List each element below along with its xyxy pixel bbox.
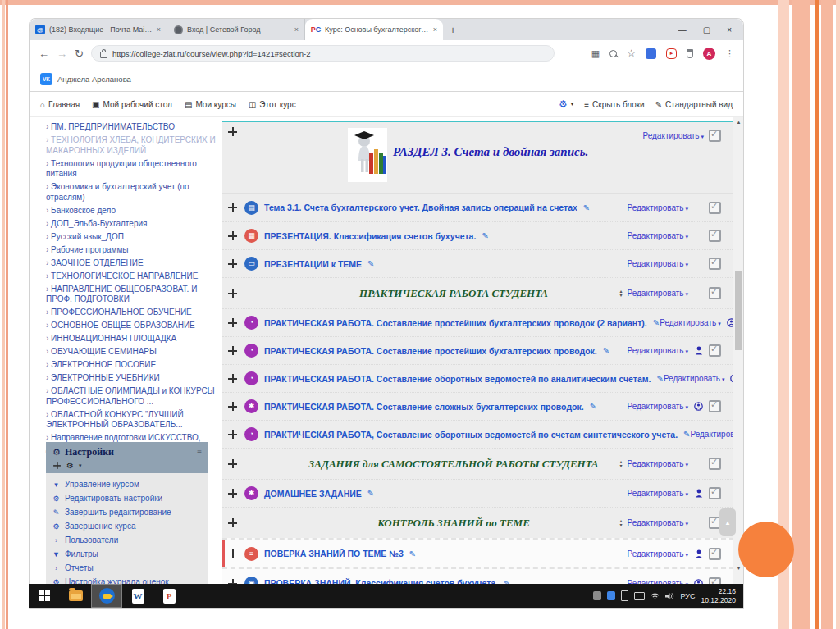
move-icon[interactable] [228,289,237,298]
move-icon[interactable] [228,518,237,527]
restore-icon[interactable]: ▢ [703,25,710,34]
profile-avatar[interactable]: A [703,48,715,60]
edit-title-icon[interactable] [368,489,374,498]
visibility-checkbox[interactable] [709,400,721,412]
activity-link[interactable]: ПОВЕРКА ЗНАНИЙ ПО ТЕМЕ №3 [264,549,404,558]
activity-link[interactable]: ПРЕЗЕНТАЦИЯ. Классификация счетов бухуче… [264,231,476,241]
settings-item[interactable]: ⚙Редактировать настройки [52,494,203,503]
edit-title-icon[interactable] [368,259,374,268]
clock[interactable]: 22:16 10.12.2020 [701,587,736,604]
settings-item[interactable]: ⚙Завершение курса [52,522,203,531]
move-icon[interactable] [228,489,237,498]
edit-menu[interactable]: Редактировать [660,318,721,327]
course-gear-menu[interactable]: ⚙ ▾ [559,98,573,110]
move-icon[interactable] [228,402,237,411]
tray-app-icon[interactable] [593,591,601,600]
move-icon[interactable] [228,127,237,136]
gear-icon[interactable]: ⚙ [66,461,74,470]
sidebar-category[interactable]: ДОП_Эльба-Бухгалтерия [46,219,220,230]
sidebar-category[interactable]: ОБУЧАЮЩИЕ СЕМИНАРЫ [46,347,220,358]
assign-roles-icon[interactable] [693,401,704,412]
settings-item[interactable]: ▼Фильтры [52,549,203,558]
sidebar-category[interactable]: ПРОФЕССИОНАЛЬНОЕ ОБУЧЕНИЕ [46,308,220,318]
sidebar-category[interactable]: ПМ. ПРЕДПРИНИМАТЕЛЬСТВО [46,122,220,133]
powerpoint-button[interactable]: P [153,584,185,608]
edit-title-icon[interactable] [657,374,664,383]
nav-this-course[interactable]: ◫ Этот курс [249,100,296,109]
edit-title-icon[interactable] [482,231,488,240]
activity-link[interactable]: ПРАКТИЧЕСКАЯ РАБОТА. Составление простей… [264,318,647,328]
volume-icon[interactable] [665,591,674,600]
bookmark-star-icon[interactable]: ☆ [627,48,636,59]
sidebar-category[interactable]: ЭЛЕКТРОННОЕ ПОСОБИЕ [46,360,220,371]
apps-grid-icon[interactable]: ▦ [591,48,600,59]
activity-link[interactable]: ПРЕЗЕНТАЦИИ к ТЕМЕ [264,259,362,269]
sidebar-category[interactable]: НАПРАВЛЕНИЕ ОБЩЕОБРАЗОВАТ. И ПРОФ. ПОДГО… [46,285,220,305]
activity-link[interactable]: Тема 3.1. Счета бухгалтерского учет. Дво… [264,203,578,212]
edit-menu[interactable]: Редактировать [664,374,725,383]
move-icon[interactable] [228,346,237,355]
hide-blocks-button[interactable]: ≡ Скрыть блоки [584,100,645,109]
edit-menu[interactable]: Редактировать [627,549,688,558]
settings-item[interactable]: ▾Управление курсом [52,480,203,489]
reload-icon[interactable]: ↻ [75,48,84,59]
edit-menu[interactable]: Редактировать [627,459,688,468]
forward-icon[interactable]: → [57,48,67,59]
edit-menu[interactable]: Редактировать [627,231,688,240]
back-to-top-button[interactable]: ▴ [719,508,736,536]
nav-my-courses[interactable]: ▤ Мои курсы [185,100,236,109]
edit-menu[interactable]: Редактировать [627,346,688,355]
sidebar-category[interactable]: ОСНОВНОЕ ОБЩЕЕ ОБРАЗОВАНИЕ [46,321,220,331]
activity-link[interactable]: ПРАКТИЧЕСКАЯ РАБОТА. Составление оборотн… [264,374,651,384]
move-icon[interactable] [228,203,237,212]
sidebar-category[interactable]: Рабочие программы [46,245,220,256]
visibility-checkbox[interactable] [709,487,721,499]
move-updown-icon[interactable]: ▴▾ [619,460,622,468]
extension-blue-icon[interactable] [646,48,656,59]
sidebar-category[interactable]: Банковское дело [46,206,220,217]
back-icon[interactable]: ← [39,48,49,59]
tab-close-icon[interactable]: × [157,25,161,34]
edit-menu[interactable]: Редактировать [627,289,688,298]
tab-close-icon[interactable]: × [294,25,299,34]
activity-link[interactable]: ПРАКТИЧЕСКАЯ РАБОТА. Составление сложных… [264,402,584,412]
battery-icon[interactable] [621,590,628,601]
settings-item[interactable]: ›Пользователи [52,536,203,545]
sidebar-category[interactable]: ЗАОЧНОЕ ОТДЕЛЕНИЕ [46,258,220,269]
move-icon[interactable] [53,462,61,469]
tab-netcity[interactable]: Вход | Сетевой Город × [167,19,305,40]
nav-dashboard[interactable]: ▣ Мой рабочий стол [92,100,172,109]
visibility-checkbox[interactable] [709,287,721,299]
menu-dots-icon[interactable]: ⋮ [725,48,734,59]
edit-title-icon[interactable] [583,203,590,212]
move-icon[interactable] [228,231,237,240]
edit-title-icon[interactable] [653,318,660,327]
wifi-icon[interactable] [651,591,660,600]
tab-mail[interactable]: @ (182) Входящие - Почта Mail.ru × [30,19,167,40]
scroll-down-icon[interactable]: ▾ [733,565,743,572]
sidebar-category[interactable]: ЭЛЕКТРОННЫЕ УЧЕБНИКИ [46,373,220,384]
edit-menu[interactable]: Редактировать [690,430,734,439]
address-bar[interactable]: https://college-zlat.ru/course/view.php?… [91,45,555,62]
sidebar-category[interactable]: ИННОВАЦИОННАЯ ПЛОЩАДКА [46,334,220,344]
sidebar-category[interactable]: ТЕХНОЛОГИЧЕСКОЕ НАПРАВЛЕНИЕ [46,271,220,282]
extension-red-icon[interactable]: ▸ [666,48,677,59]
edit-menu[interactable]: Редактировать [627,402,688,411]
close-icon[interactable]: × [727,25,732,34]
visibility-checkbox[interactable] [709,130,721,142]
nav-home[interactable]: ⌂ Главная [40,100,80,109]
edit-menu[interactable]: Редактировать [627,489,688,498]
minimize-icon[interactable]: — [678,25,687,34]
edit-menu[interactable]: Редактировать [627,518,688,527]
user-icon[interactable] [693,345,704,356]
new-tab-button[interactable]: + [443,24,463,36]
sidebar-category[interactable]: Русский язык_ДОП [46,232,220,243]
bookmark-label[interactable]: Анджела Арсланова [57,75,131,84]
settings-item[interactable]: ›Отчеты [52,563,203,572]
move-icon[interactable] [228,374,237,383]
visibility-checkbox[interactable] [709,258,721,270]
file-explorer-button[interactable] [60,584,91,608]
user-icon[interactable] [693,549,704,559]
sidebar-category[interactable]: ОБЛАСТНЫЕ ОЛИМПИАДЫ и КОНКУРСЫ ПРОФЕССИО… [46,386,220,407]
zoom-icon[interactable] [609,50,617,57]
